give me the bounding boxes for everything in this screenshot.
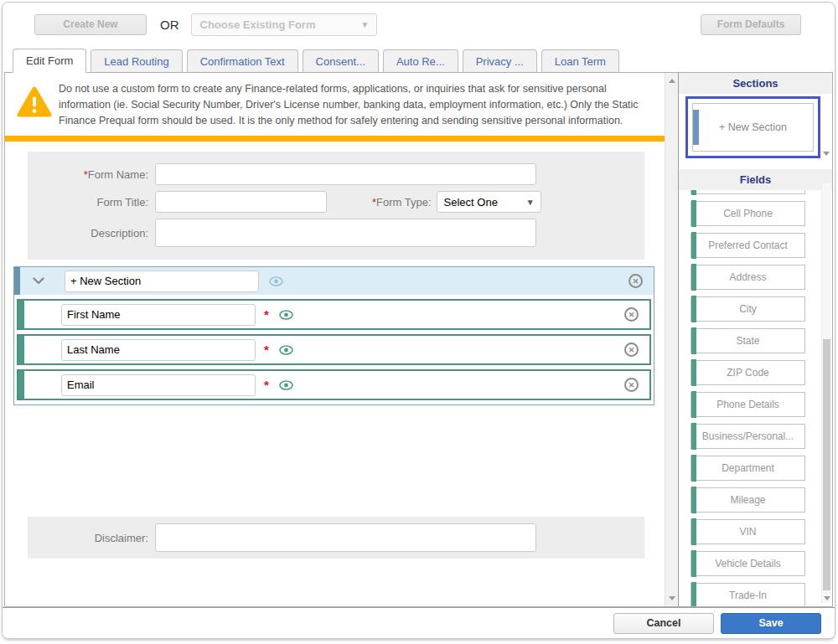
- choose-existing-form-dropdown[interactable]: Choose Existing Form ▼: [191, 13, 377, 36]
- section-block: ✕ * ✕: [13, 266, 654, 405]
- field-card-preferred-contact[interactable]: Preferred Contact: [691, 233, 805, 258]
- visibility-eye-icon[interactable]: [279, 380, 293, 390]
- field-accent-bar: [18, 371, 24, 399]
- field-card-zip-code[interactable]: ZIP Code: [691, 360, 805, 385]
- field-label-input[interactable]: [61, 304, 256, 326]
- field-row-last-name[interactable]: * ✕: [17, 334, 651, 365]
- field-label-input[interactable]: [61, 374, 256, 396]
- field-card-label: Business/Personal...: [702, 430, 794, 442]
- form-name-label: *Form Name:: [28, 168, 155, 181]
- warning-triangle-icon: [17, 86, 52, 128]
- form-editor-main: Do not use a custom form to create any F…: [5, 73, 665, 606]
- fields-scroll-down-icon[interactable]: [824, 596, 830, 600]
- create-new-button[interactable]: Create New: [34, 14, 147, 35]
- warning-text: Do not use a custom form to create any F…: [59, 81, 641, 128]
- visibility-eye-icon[interactable]: [279, 345, 293, 355]
- field-card-city[interactable]: City: [691, 296, 805, 322]
- disclaimer-panel: Disclaimer:: [28, 517, 644, 559]
- field-card-label: Preferred Contact: [708, 240, 788, 251]
- field-card-label: Department: [722, 462, 774, 474]
- tab-consent[interactable]: Consent...: [303, 49, 379, 73]
- field-card-label: Address: [729, 271, 766, 283]
- tab-loan-term[interactable]: Loan Term: [541, 49, 619, 73]
- field-card-vehicle-details[interactable]: Vehicle Details: [691, 551, 805, 576]
- section-title-input[interactable]: [65, 270, 259, 292]
- sections-scroll-down-icon[interactable]: [823, 152, 830, 156]
- field-card-vin[interactable]: VIN: [691, 519, 805, 544]
- scroll-up-icon[interactable]: [669, 79, 675, 83]
- field-card-state[interactable]: State: [691, 328, 805, 353]
- field-card-department[interactable]: Department: [691, 456, 805, 481]
- fields-header: Fields: [679, 169, 832, 190]
- section-list-area: ✕ * ✕: [5, 260, 665, 517]
- form-type-select[interactable]: Select One ▼: [437, 191, 541, 213]
- required-asterisk-icon: *: [264, 343, 269, 357]
- field-card-business-personal[interactable]: Business/Personal...: [691, 424, 805, 449]
- field-row-email[interactable]: * ✕: [17, 369, 651, 400]
- form-defaults-button[interactable]: Form Defaults: [701, 14, 801, 35]
- delete-field-icon[interactable]: ✕: [624, 343, 639, 357]
- tab-edit-form[interactable]: Edit Form: [13, 49, 86, 73]
- sidebar: Sections + New Section Fields Cell Phone…: [678, 73, 832, 606]
- field-card-accent-bar: [691, 518, 696, 545]
- description-input[interactable]: [155, 219, 536, 247]
- field-card-accent-bar: [691, 423, 696, 450]
- field-card-label: Phone Details: [716, 399, 779, 410]
- field-card-accent-bar: [691, 550, 696, 577]
- scroll-down-icon[interactable]: [669, 596, 675, 600]
- form-title-input[interactable]: [155, 191, 327, 213]
- field-card-label: City: [739, 303, 757, 315]
- choose-existing-form-placeholder: Choose Existing Form: [200, 18, 316, 31]
- field-card-address[interactable]: Address: [691, 265, 805, 290]
- field-card-label: Cell Phone: [723, 208, 773, 219]
- sections-header: Sections: [679, 73, 832, 94]
- field-card-accent-bar: [691, 232, 696, 259]
- tab-confirmation-text[interactable]: Confirmation Text: [187, 49, 298, 73]
- main-scrollbar[interactable]: [665, 73, 678, 606]
- tab-auto-responder[interactable]: Auto Re...: [383, 49, 458, 73]
- field-card-phone-details[interactable]: Phone Details: [691, 392, 805, 417]
- field-card-trade-in[interactable]: Trade-In: [691, 583, 805, 606]
- field-card-accent-bar: [691, 391, 696, 418]
- field-label-input[interactable]: [61, 339, 256, 361]
- field-card-accent-bar: [691, 455, 696, 482]
- chevron-down-icon[interactable]: [33, 277, 44, 285]
- section-header-row[interactable]: ✕: [14, 267, 654, 295]
- field-card-cell-phone[interactable]: Cell Phone: [691, 201, 805, 226]
- form-type-value: Select One: [444, 196, 498, 209]
- field-card-accent-bar: [691, 487, 696, 513]
- dropdown-arrow-icon: ▼: [526, 198, 535, 207]
- field-card-accent-bar: [691, 359, 696, 386]
- fields-scrollbar[interactable]: [821, 183, 831, 603]
- save-button[interactable]: Save: [721, 613, 821, 634]
- visibility-eye-icon[interactable]: [279, 310, 293, 320]
- field-card-label: VIN: [739, 526, 756, 538]
- disclaimer-input[interactable]: [155, 523, 536, 552]
- field-card-accent-bar: [691, 190, 696, 195]
- tab-privacy[interactable]: Privacy ...: [463, 49, 537, 73]
- visibility-eye-icon[interactable]: [269, 276, 283, 286]
- field-accent-bar: [18, 336, 24, 363]
- delete-section-icon[interactable]: ✕: [628, 274, 643, 288]
- delete-field-icon[interactable]: ✕: [624, 307, 639, 322]
- content-panel: Do not use a custom form to create any F…: [4, 72, 833, 607]
- field-card-accent-bar: [691, 296, 696, 322]
- sections-selected-box: + New Section: [685, 96, 820, 158]
- dropdown-arrow-icon: ▼: [361, 20, 370, 29]
- fields-scrollbar-thumb[interactable]: [823, 339, 830, 590]
- field-card-label: Trade-In: [729, 590, 767, 601]
- section-accent-bar: [14, 267, 20, 295]
- form-name-input[interactable]: [155, 163, 536, 185]
- field-card-label: State: [736, 335, 759, 347]
- tab-lead-routing[interactable]: Lead Routing: [91, 49, 182, 73]
- form-title-label: Form Title:: [28, 196, 155, 209]
- field-card-mileage[interactable]: Mileage: [691, 487, 805, 513]
- description-label: Description:: [28, 227, 155, 240]
- cancel-button[interactable]: Cancel: [613, 613, 714, 634]
- field-row-first-name[interactable]: * ✕: [17, 299, 651, 330]
- new-section-card[interactable]: + New Section: [692, 103, 814, 152]
- field-card-partial[interactable]: [691, 190, 805, 194]
- delete-field-icon[interactable]: ✕: [624, 378, 639, 392]
- footer-bar: Cancel Save: [3, 607, 835, 638]
- field-card-accent-bar: [691, 200, 696, 227]
